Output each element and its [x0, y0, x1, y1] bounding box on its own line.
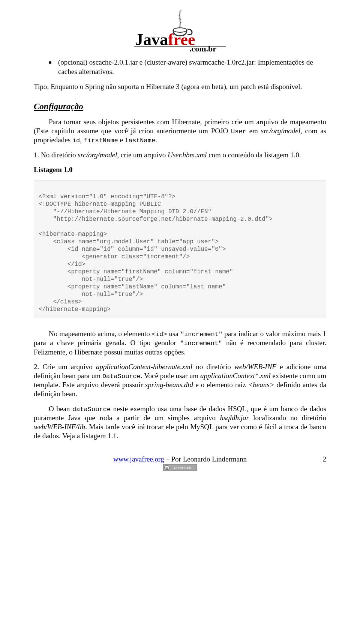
section-heading-configuracao: Configuração: [34, 102, 326, 112]
listing-label-1-0: Listagem 1.0: [34, 166, 326, 174]
mapping-explain-paragraph: No mapeamento acima, o elemento <id> usa…: [34, 329, 326, 356]
bullet-text: (opcional) oscache-2.0.1.jar e (cluster-…: [58, 58, 326, 76]
step-1: 1. No diretório src/org/model, crie um a…: [34, 151, 326, 160]
bullet-item: (opcional) oscache-2.0.1.jar e (cluster-…: [49, 58, 326, 76]
page-footer: www.javafree.org – Por Leonardo Linderma…: [34, 455, 326, 473]
config-intro-paragraph: Para tornar seus objetos persistentes co…: [34, 118, 326, 145]
svg-text:cc: cc: [165, 466, 168, 469]
site-logo: { } Javafree .com.br: [34, 8, 326, 54]
svg-text:.com.br: .com.br: [189, 44, 216, 53]
svg-text:JAVAFREE: JAVAFREE: [174, 466, 192, 469]
code-listing-1-0: <?xml version="1.0" encoding="UTF-8"?> <…: [34, 181, 326, 318]
step-2: 2. Crie um arquivo applicationContext-hi…: [34, 362, 326, 398]
cc-badge-icon: cc JAVAFREE: [163, 464, 197, 473]
svg-text:Javafree: Javafree: [135, 30, 195, 49]
bean-paragraph: O bean dataSource neste exemplo usa uma …: [34, 404, 326, 440]
footer-author: – Por Leonardo Lindermann: [164, 455, 247, 463]
bullet-icon: [49, 61, 51, 64]
tip-paragraph: Tipo: Enquanto o Spring não suporta o Hi…: [34, 82, 326, 91]
page-number: 2: [323, 455, 327, 463]
footer-link[interactable]: www.javafree.org: [113, 455, 164, 463]
svg-text:}: }: [177, 15, 183, 28]
